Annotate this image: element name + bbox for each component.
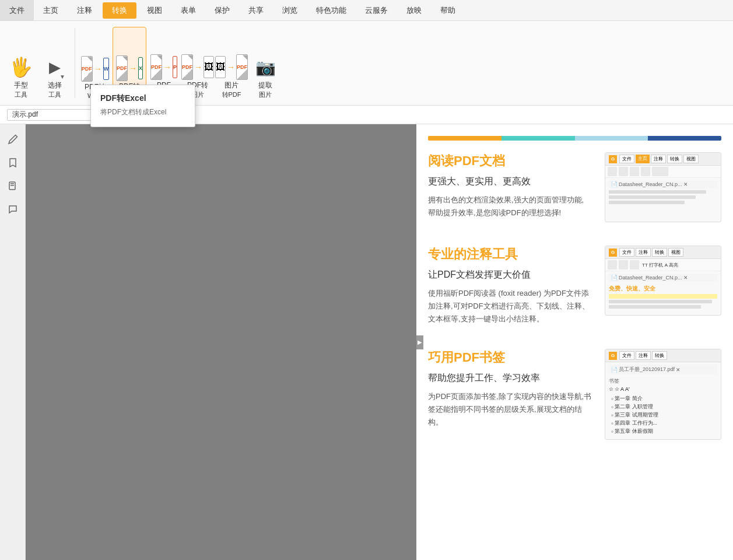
bookmark-icon-2: ☆: [615, 386, 619, 392]
mini-tab-home: 主页: [636, 155, 650, 163]
collapse-panel-button[interactable]: ▶: [416, 335, 423, 349]
annotate-section-title: 专业的注释工具: [428, 246, 593, 263]
menu-protect[interactable]: 保护: [205, 0, 239, 20]
select-tool-label: 选择: [48, 81, 62, 90]
mini-btn-a3: [630, 260, 639, 270]
image-to-pdf-button[interactable]: 🖼 → PDF 图片 转PDF: [215, 27, 248, 103]
mini-tab-b3: 转换: [652, 351, 667, 360]
sidebar-pages-icon[interactable]: [2, 176, 23, 197]
mini-content-annotate: 📄 Datasheet_Reader_CN.p... ✕ 免费、快速、安全: [605, 271, 721, 313]
mini-content-bookmark: 📄 员工手册_20120917.pdf ✕ 书签 ☆ ☆ A A' 第一章 简介…: [605, 362, 721, 439]
mini-logo-bookmark: G: [609, 352, 617, 360]
mini-label-tt: TT 打字机: [642, 262, 663, 268]
menu-comment[interactable]: 注释: [68, 0, 101, 20]
mini-tab-file2: 文件: [619, 248, 634, 257]
image-to-pdf-label2: 转PDF: [222, 90, 241, 99]
mini-tab-comment: 注释: [651, 155, 666, 163]
menu-slideshow[interactable]: 放映: [397, 0, 431, 20]
svg-rect-1: [10, 183, 14, 184]
mini-header-read: G 文件 主页 注释 转换 视图: [605, 153, 721, 166]
color-seg-blue: [575, 136, 648, 141]
select-icon: ▶ ▼: [43, 55, 66, 79]
mini-free-fast-safe: 免费、快速、安全: [609, 284, 717, 294]
mini-header-bookmark: G 文件 注释 转换: [605, 349, 721, 362]
bookmark-section-body: 为PDF页面添加书签,除了实现内容的快速导航,书签还能指明不同书签的层级关系,展…: [428, 390, 593, 429]
mini-tab-file: 文件: [619, 155, 634, 163]
menu-bar: 文件 主页 注释 转换 视图 表单 保护 共享 浏览 特色功能 云服务 放映 帮…: [0, 0, 733, 21]
mini-tab-annot: 注释: [636, 248, 651, 257]
menu-cloud[interactable]: 云服务: [356, 0, 397, 20]
mini-line-2: [609, 195, 696, 199]
annotate-section-body: 使用福昕PDF阅读器 (foxit reader) 为PDF文件添加注释,可对P…: [428, 287, 593, 326]
feature-text-bookmark: 巧用PDF书签 帮助您提升工作、学习效率 为PDF页面添加书签,除了实现内容的快…: [428, 349, 593, 429]
dropdown-description: 将PDF文档转成Excel: [91, 106, 195, 122]
color-seg-orange: [428, 136, 501, 141]
read-section-title: 阅读PDF文档: [428, 152, 593, 170]
mini-tabs-annotate: 文件 注释 转换 视图: [619, 248, 683, 257]
menu-home[interactable]: 主页: [34, 0, 68, 20]
mini-tab-convert2: 转换: [652, 248, 667, 257]
mini-tab-b2: 注释: [636, 351, 651, 360]
toolbar-divider-1: [75, 28, 75, 98]
menu-feature[interactable]: 特色功能: [307, 0, 356, 20]
mini-annotate-line-1: [609, 300, 712, 303]
pdf-to-excel-icon: PDF → X: [118, 57, 141, 80]
mini-tabs-bookmark: 文件 注释 转换: [619, 351, 667, 360]
feature-row-annotate: 专业的注释工具 让PDF文档发挥更大价值 使用福昕PDF阅读器 (foxit r…: [428, 246, 721, 326]
section-bookmark: 巧用PDF书签 帮助您提升工作、学习效率 为PDF页面添加书签,除了实现内容的快…: [428, 349, 721, 440]
menu-convert[interactable]: 转换: [103, 2, 136, 19]
mini-filename-bookmark: 📄 员工手册_20120917.pdf ✕: [609, 365, 717, 374]
mini-label-A: A 高亮: [665, 262, 678, 268]
feature-row-read: 阅读PDF文档 更强大、更实用、更高效 拥有出色的文档渲染效果,强大的页面管理功…: [428, 152, 721, 222]
section-read-pdf: 阅读PDF文档 更强大、更实用、更高效 拥有出色的文档渲染效果,强大的页面管理功…: [428, 152, 721, 222]
bookmark-section-title: 巧用PDF书签: [428, 349, 593, 366]
bookmark-item-1: 第一章 简介: [611, 395, 715, 402]
extract-image-button[interactable]: 📷 提取 图片: [249, 27, 282, 103]
read-section-subtitle: 更强大、更实用、更高效: [428, 176, 593, 188]
extract-image-icon: 📷: [254, 55, 277, 79]
select-tool-button[interactable]: ▶ ▼ 选择 工具: [38, 27, 71, 103]
mini-btn-a1: [608, 260, 617, 270]
menu-form[interactable]: 表单: [171, 0, 205, 20]
color-seg-teal: [501, 136, 575, 141]
mini-toolbar-read: [605, 166, 721, 178]
menu-file[interactable]: 文件: [0, 0, 34, 20]
read-pdf-preview: G 文件 主页 注释 转换 视图: [605, 152, 721, 222]
image-to-pdf-label: 图片: [225, 81, 239, 90]
mini-filename-read: 📄 Datasheet_Reader_CN.p... ✕: [609, 180, 717, 188]
mini-bookmark-list: 第一章 简介 第二章 入职管理 第三章 试用期管理 第四章 工作行为... 第五…: [609, 394, 717, 437]
left-sidebar: [0, 124, 26, 560]
mini-annotate-line-2: [609, 305, 701, 309]
menu-help[interactable]: 帮助: [431, 0, 465, 20]
bookmark-item-2: 第二章 入职管理: [611, 403, 715, 411]
extract-image-label2: 图片: [259, 90, 272, 99]
hand-tool-label: 手型: [14, 81, 28, 90]
bookmark-icon-3: A: [620, 386, 624, 392]
mini-line-1: [609, 190, 706, 194]
menu-share[interactable]: 共享: [239, 0, 273, 20]
feature-row-bookmark: 巧用PDF书签 帮助您提升工作、学习效率 为PDF页面添加书签,除了实现内容的快…: [428, 349, 721, 440]
dropdown-title: PDF转Excel: [91, 90, 195, 106]
mini-tab-convert: 转换: [667, 155, 682, 163]
hand-tool-button[interactable]: 🖐 手型 工具: [5, 27, 37, 103]
dropdown-menu: PDF转Excel 将PDF文档转成Excel: [90, 85, 195, 127]
hand-tool-label2: 工具: [15, 90, 27, 99]
menu-view[interactable]: 视图: [138, 0, 171, 20]
mini-logo: G: [609, 155, 617, 163]
mini-filename-annotate: 📄 Datasheet_Reader_CN.p... ✕: [609, 274, 717, 282]
bookmark-pdf-preview: G 文件 注释 转换 📄 员工手册_20120917.pdf ✕ 书签: [605, 349, 721, 440]
svg-rect-2: [10, 185, 14, 186]
mini-toolbar-annotate: TT 打字机 A 高亮: [605, 259, 721, 271]
bookmark-section-subtitle: 帮助您提升工作、学习效率: [428, 372, 593, 384]
mini-btn-edit: [630, 167, 639, 176]
pdf-to-ppt-icon: PDF → P: [152, 55, 176, 79]
mini-header-annotate: G 文件 注释 转换 视图: [605, 246, 721, 259]
sidebar-pencil-icon[interactable]: [2, 129, 23, 150]
color-seg-darkblue: [648, 136, 721, 141]
sidebar-comment-icon[interactable]: [2, 199, 23, 220]
mini-tabs: 文件 主页 注释 转换 视图: [619, 155, 699, 163]
bookmark-item-5: 第五章 休薪假期: [611, 428, 715, 435]
sidebar-bookmark-icon[interactable]: [2, 152, 23, 173]
section-annotate: 专业的注释工具 让PDF文档发挥更大价值 使用福昕PDF阅读器 (foxit r…: [428, 246, 721, 326]
menu-browse[interactable]: 浏览: [273, 0, 307, 20]
